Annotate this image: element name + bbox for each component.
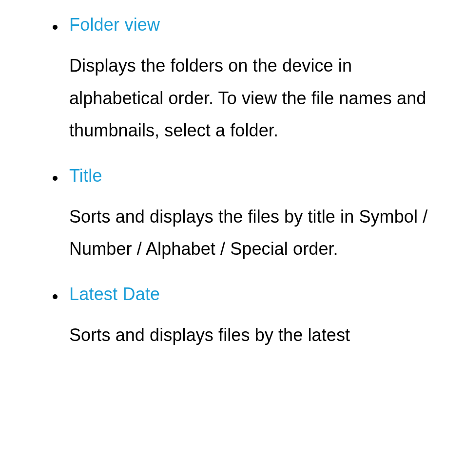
bullet-icon [53, 176, 58, 181]
bullet-icon [53, 294, 58, 299]
term-label: Folder view [69, 15, 160, 35]
list-item: Folder view Displays the folders on the … [29, 15, 436, 147]
term-row: Folder view [53, 15, 436, 35]
term-row: Latest Date [53, 284, 436, 305]
bullet-icon [53, 25, 58, 30]
term-description: Sorts and displays the files by title in… [69, 201, 436, 266]
term-label: Title [69, 166, 102, 186]
list-item: Latest Date Sorts and displays files by … [29, 284, 436, 352]
definition-list: Folder view Displays the folders on the … [29, 15, 436, 352]
term-label: Latest Date [69, 284, 160, 305]
term-row: Title [53, 166, 436, 186]
list-item: Title Sorts and displays the files by ti… [29, 166, 436, 266]
term-description: Sorts and displays files by the latest [69, 319, 436, 352]
term-description: Displays the folders on the device in al… [69, 50, 436, 147]
